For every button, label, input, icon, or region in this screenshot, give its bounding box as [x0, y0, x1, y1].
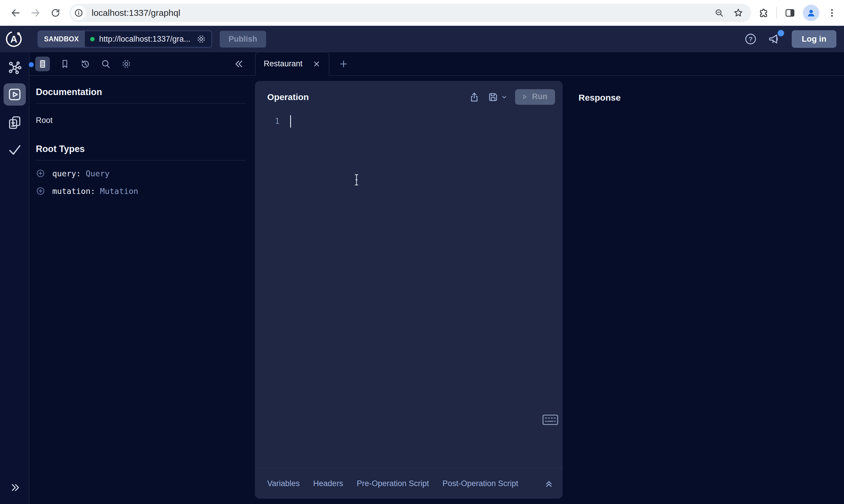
keyboard-shortcuts-icon[interactable] — [542, 414, 558, 426]
collapse-panel-icon[interactable] — [233, 58, 248, 70]
connection-status-dot — [90, 37, 94, 41]
apollo-logo[interactable]: A — [5, 31, 22, 48]
menu-kebab-icon[interactable] — [827, 8, 837, 18]
operation-editor[interactable]: 1 — [255, 115, 563, 468]
mutation-field-label: mutation: — [52, 186, 95, 196]
bookmark-star-icon[interactable] — [733, 7, 744, 18]
back-icon[interactable] — [7, 4, 24, 21]
history-icon[interactable] — [80, 59, 90, 69]
url-text[interactable]: localhost:1337/graphql — [92, 8, 714, 18]
operation-tabbar: Restaurant — [254, 52, 844, 76]
tab-post-operation-script[interactable]: Post-Operation Script — [443, 479, 518, 488]
help-icon[interactable]: ? — [744, 33, 757, 46]
run-button[interactable]: Run — [515, 89, 555, 105]
root-type-query-row: query: Query — [36, 169, 246, 178]
profile-avatar[interactable] — [803, 5, 819, 21]
save-operation-icon[interactable] — [487, 92, 499, 103]
operation-footer: Variables Headers Pre-Operation Script P… — [255, 468, 563, 499]
main-area: Restaurant Operation — [254, 52, 844, 504]
add-query-icon[interactable] — [36, 169, 45, 178]
response-title: Response — [579, 93, 621, 103]
left-rail — [0, 52, 29, 504]
announcements-notification-dot — [778, 30, 784, 36]
checks-icon[interactable] — [7, 142, 22, 157]
expand-rail-icon[interactable] — [10, 482, 21, 493]
close-tab-icon[interactable] — [312, 60, 321, 68]
svg-text:A: A — [10, 34, 17, 44]
share-operation-icon[interactable] — [469, 92, 480, 103]
docs-title: Documentation — [36, 87, 246, 97]
explorer-icon[interactable] — [3, 83, 26, 106]
forward-icon[interactable] — [27, 4, 44, 21]
root-types-title: Root Types — [36, 144, 246, 154]
zoom-icon[interactable] — [714, 8, 724, 18]
root-type-mutation-row: mutation: Mutation — [36, 186, 246, 196]
side-panel-icon[interactable] — [785, 7, 795, 18]
docs-root-link[interactable]: Root — [36, 116, 246, 125]
site-info-icon[interactable] — [71, 5, 86, 20]
tab-headers[interactable]: Headers — [313, 479, 343, 488]
tab-variables[interactable]: Variables — [267, 479, 300, 488]
operation-header: Operation — [255, 81, 563, 105]
changelog-icon[interactable] — [7, 115, 22, 130]
add-mutation-icon[interactable] — [36, 186, 45, 196]
announcements-icon[interactable] — [768, 32, 781, 46]
query-type-link[interactable]: Query — [86, 169, 109, 178]
divider — [36, 103, 246, 104]
graph-icon[interactable] — [7, 60, 22, 75]
operation-panel: Operation — [255, 81, 563, 499]
apollo-sandbox-screen: localhost:1337/graphql — [0, 0, 844, 504]
publish-button[interactable]: Publish — [220, 31, 266, 48]
login-button[interactable]: Log in — [792, 30, 837, 48]
search-icon[interactable] — [100, 59, 111, 69]
text-caret — [290, 115, 291, 128]
query-field-label: query: — [52, 169, 81, 178]
run-button-label: Run — [532, 92, 547, 101]
mutation-type-link[interactable]: Mutation — [100, 186, 138, 196]
reload-icon[interactable] — [47, 4, 64, 21]
settings-icon[interactable] — [121, 59, 132, 69]
expand-footer-icon[interactable] — [544, 479, 554, 488]
connection-settings-gear-icon[interactable] — [196, 34, 206, 44]
address-bar[interactable]: localhost:1337/graphql — [69, 4, 751, 22]
toolbar-divider — [776, 7, 777, 19]
docs-toolbar — [29, 52, 254, 76]
tab-restaurant[interactable]: Restaurant — [255, 52, 329, 76]
documentation-panel: Documentation Root Root Types query: Que… — [29, 52, 254, 504]
content-area: Documentation Root Root Types query: Que… — [0, 52, 844, 504]
save-options-chevron-icon[interactable] — [501, 94, 507, 100]
line-number: 1 — [272, 116, 279, 126]
tab-pre-operation-script[interactable]: Pre-Operation Script — [357, 479, 429, 488]
browser-toolbar: localhost:1337/graphql — [0, 0, 844, 26]
sandbox-badge: SANDBOX — [38, 31, 85, 47]
endpoint-group: SANDBOX http://localhost:1337/gra... — [38, 31, 212, 48]
bookmarks-icon[interactable] — [60, 59, 70, 69]
rail-notification-dot — [29, 62, 34, 67]
extensions-icon[interactable] — [758, 7, 769, 18]
endpoint-url[interactable]: http://localhost:1337/gra... — [99, 35, 191, 44]
tab-label: Restaurant — [264, 59, 303, 68]
operation-title: Operation — [267, 92, 309, 102]
add-tab-icon[interactable] — [339, 59, 349, 69]
save-operation-group[interactable] — [487, 92, 507, 103]
svg-text:?: ? — [748, 35, 753, 43]
apollo-header: A SANDBOX http://localhost:1337/gra... P… — [0, 26, 844, 52]
documentation-icon[interactable] — [35, 57, 50, 71]
